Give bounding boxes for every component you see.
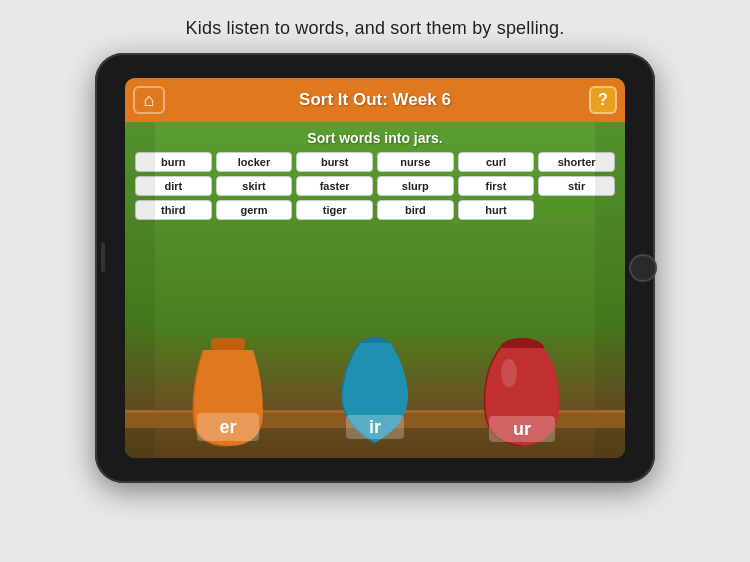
- svg-text:ur: ur: [513, 419, 531, 439]
- app-screen: ⌂ Sort It Out: Week 6 ? Sort words into …: [125, 78, 625, 458]
- svg-text:ir: ir: [369, 417, 381, 437]
- svg-text:er: er: [220, 417, 237, 437]
- word-chip-tiger[interactable]: tiger: [296, 200, 373, 220]
- jar-er-container[interactable]: er: [183, 338, 273, 458]
- ipad-home-button: [629, 254, 657, 282]
- word-chip-slurp[interactable]: slurp: [377, 176, 454, 196]
- word-chip-hurt[interactable]: hurt: [458, 200, 535, 220]
- svg-rect-0: [211, 338, 245, 350]
- word-chip-skirt[interactable]: skirt: [216, 176, 293, 196]
- help-icon: ?: [598, 91, 608, 109]
- home-button[interactable]: ⌂: [133, 86, 165, 114]
- word-chip-curl[interactable]: curl: [458, 152, 535, 172]
- app-title: Sort It Out: Week 6: [299, 90, 451, 110]
- jars-area: er ir: [125, 226, 625, 458]
- jar-ir-shape: ir: [330, 333, 420, 458]
- jar-ir-container[interactable]: ir: [330, 333, 420, 458]
- jar-ur-container[interactable]: ur: [477, 338, 567, 458]
- word-chip-germ[interactable]: germ: [216, 200, 293, 220]
- word-chip-burst[interactable]: burst: [296, 152, 373, 172]
- word-chip-nurse[interactable]: nurse: [377, 152, 454, 172]
- word-chip-bird[interactable]: bird: [377, 200, 454, 220]
- word-chip-first[interactable]: first: [458, 176, 535, 196]
- word-chip-faster[interactable]: faster: [296, 176, 373, 196]
- app-header: ⌂ Sort It Out: Week 6 ?: [125, 78, 625, 122]
- svg-point-7: [501, 359, 517, 387]
- jar-ur-shape: ur: [477, 338, 567, 458]
- home-icon: ⌂: [144, 90, 155, 111]
- word-grid: burn locker burst nurse curl shorter dir…: [125, 152, 625, 220]
- jar-er-shape: er: [183, 338, 273, 458]
- page-subtitle: Kids listen to words, and sort them by s…: [186, 18, 565, 39]
- instruction-text: Sort words into jars.: [125, 130, 625, 146]
- help-button[interactable]: ?: [589, 86, 617, 114]
- app-content: Sort words into jars. burn locker burst …: [125, 122, 625, 458]
- ipad-frame: ⌂ Sort It Out: Week 6 ? Sort words into …: [95, 53, 655, 483]
- word-chip-locker[interactable]: locker: [216, 152, 293, 172]
- ipad-side-button: [101, 242, 105, 272]
